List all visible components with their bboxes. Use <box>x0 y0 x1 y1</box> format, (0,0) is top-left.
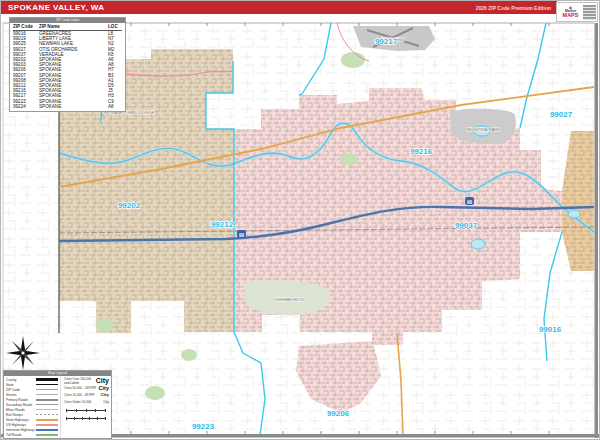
legend-panel: Map Legend County State ZIP Code <box>3 370 112 439</box>
zip-label-99027: 99027 <box>550 110 573 119</box>
legend-city-sample: City <box>96 377 109 384</box>
zip-index-panel: ZIP Code Index ZIP Code ZIP Name LOC 990… <box>9 17 126 112</box>
zip-label-99037: 99037 <box>455 221 478 230</box>
legend-item-label: Toll Roads <box>6 433 36 437</box>
legend-line-swatch <box>36 424 58 426</box>
legend-city-row: Cities Under 10,000 City <box>64 398 109 405</box>
legend-item-label: State <box>6 383 36 387</box>
zip-label-99217: 99217 <box>375 37 398 46</box>
legend-line-swatch <box>36 384 58 385</box>
legend-city-sample: City <box>101 392 109 397</box>
legend-line-swatch <box>36 419 58 421</box>
zip-label-99212: 99212 <box>211 220 234 229</box>
title-banner: SPOKANE VALLEY, WA 2026 ZIP Code Premium… <box>1 1 557 14</box>
legend-item-label: ZIP Code <box>6 388 36 392</box>
interstate-shield-label: 90 <box>467 200 473 205</box>
place-label: DISHMAN HILLS <box>274 298 304 302</box>
park-area <box>96 318 114 332</box>
brand-logo-text: ✶ Market MAPS <box>558 6 583 19</box>
legend-line-swatch <box>36 404 58 405</box>
legend-item-label: Streets <box>6 393 36 397</box>
legend-item-label: Secondary Roads <box>6 403 36 407</box>
logo-fineprint-block <box>583 5 596 20</box>
legend-line-swatch <box>36 389 58 391</box>
legend-line-swatch <box>36 434 58 436</box>
legend-city-label: Cities Over 250,000 and Labels <box>64 377 96 385</box>
page-title: SPOKANE VALLEY, WA <box>1 3 104 12</box>
legend-line-swatch <box>36 378 58 380</box>
zip-table: ZIP Code ZIP Name LOC 99016 GREENACRES L… <box>10 23 125 111</box>
brand-logo: ✶ Market MAPS <box>556 2 598 22</box>
legend-item-label: US Highways <box>6 423 36 427</box>
column-header-name: ZIP Name <box>39 24 108 30</box>
legend-city-row: Cities 10,000 - 49,999 City <box>64 391 109 398</box>
column-header-loc: LOC <box>108 24 122 30</box>
legend-line-swatch <box>36 394 58 395</box>
legend-city-label: Cities Under 10,000 <box>64 400 103 404</box>
legend-item-label: Exit Ramps <box>6 413 36 417</box>
park-area <box>341 52 365 68</box>
legend-body: County State ZIP Code Streets <box>4 376 111 439</box>
legend-city-label: Cities 10,000 - 49,999 <box>64 393 101 397</box>
place-label: INDUSTRIAL PARK <box>466 128 500 132</box>
scale-bar-kilometers <box>64 415 109 421</box>
zip-code-cell: 99224 <box>13 104 39 109</box>
zip-name-cell: SPOKANE <box>39 104 108 109</box>
legend-item-label: Primary Roads <box>6 398 36 402</box>
interstate-shield-label: 90 <box>239 233 245 238</box>
legend-item-label: State Highways <box>6 418 36 422</box>
park-area <box>340 153 358 165</box>
column-header-zip: ZIP Code <box>13 24 39 30</box>
legend-city-sample: City <box>103 400 109 404</box>
legend-line-swatch <box>36 409 58 410</box>
legend-item-label: Minor Roads <box>6 408 36 412</box>
legend-city-label: Cities 50,000 - 249,999 <box>64 386 99 390</box>
zip-label-99202: 99202 <box>118 201 141 210</box>
zip-table-row: 99224 SPOKANE A8 <box>13 104 122 109</box>
park-area <box>145 386 165 400</box>
edition-label: 2026 ZIP Code Premium Edition <box>476 5 557 11</box>
legend-city-column: Cities Over 250,000 and Labels City Citi… <box>61 377 109 438</box>
legend-road-items: County State ZIP Code Streets <box>6 377 61 438</box>
legend-line-swatch <box>36 429 58 431</box>
legend-line-swatch <box>36 399 58 401</box>
brand-name-bottom: MAPS <box>563 13 579 19</box>
legend-item-label: County <box>6 378 36 382</box>
zip-label-99016: 99016 <box>539 325 562 334</box>
park-area <box>181 349 197 361</box>
zip-table-rows: 99016 GREENACRES L8 99019 LIBERTY LAKE N… <box>13 31 122 109</box>
legend-city-items: Cities Over 250,000 and Labels City Citi… <box>64 377 109 405</box>
legend-line-swatch <box>36 414 58 415</box>
legend-city-sample: City <box>99 385 109 391</box>
legend-city-row: Cities Over 250,000 and Labels City <box>64 377 109 384</box>
zip-label-99223: 99223 <box>192 422 215 431</box>
zip-label-99216: 99216 <box>410 147 433 156</box>
compass-rose-icon <box>6 335 40 371</box>
legend-row: Toll Roads <box>6 433 58 438</box>
legend-city-row: Cities 50,000 - 249,999 City <box>64 384 109 391</box>
legend-item-label: Interstate Highways <box>6 428 36 432</box>
map-page: 90 90 SPOKANE COMM COLLEGE FELTS FIELD I… <box>0 0 600 440</box>
scale-bar-miles <box>64 407 109 413</box>
zip-table-header-row: ZIP Code ZIP Name LOC <box>13 24 122 31</box>
zip-loc-cell: A8 <box>108 104 122 109</box>
zip-label-99206: 99206 <box>327 409 350 418</box>
